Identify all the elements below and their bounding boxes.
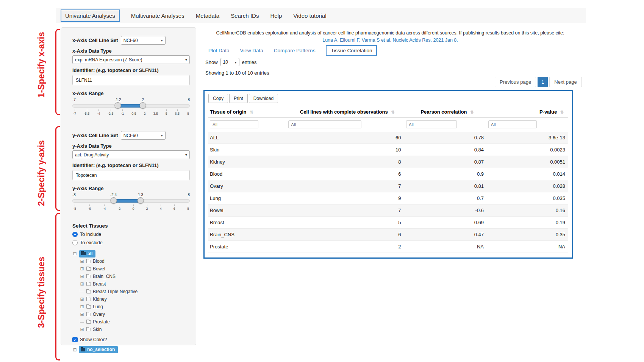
tree-item-label: Brain_CNS [93,274,116,279]
y-identifier-input[interactable] [72,170,190,180]
x-data-type-select[interactable]: exp: mRNA Expression (Z-Score) ▾ [72,55,190,64]
col-header-p-value[interactable]: P-value ⇅ [488,109,567,115]
slider-tick-label: -8 [73,204,76,211]
col-header-label: Cell lines with complete observations [300,109,388,115]
tree-item[interactable]: ⊞ Prostate [80,318,190,326]
pagination-next-button[interactable]: Next page [549,77,581,87]
folder-icon [86,290,91,293]
filter-input-pearson[interactable] [406,120,457,128]
expand-icon[interactable]: ⊞ [80,312,84,317]
filter-input-cell-lines[interactable] [288,120,361,128]
expand-icon[interactable]: ⊞ [80,266,84,272]
expand-icon[interactable]: ⊞ [80,259,84,264]
y-range-slider-handle-from[interactable] [110,197,117,204]
tab-tissue-correlation[interactable]: Tissue Correlation [326,45,377,56]
y-identifier-label: Identifier: (e.g. topotecan or SLFN11) [72,162,190,168]
x-range-max-label: 8 [188,98,190,102]
cell-pearson: 0.69 [406,217,489,228]
expand-icon[interactable]: ⊞ [80,327,84,332]
y-cell-line-set-select[interactable]: NCI-60 ▾ [121,131,166,140]
cell-pearson: 0.9 [406,168,489,180]
tissues-include-radio[interactable]: To include [72,232,190,237]
nav-tab-video-tutorial[interactable]: Video tutorial [293,12,326,19]
collapse-icon[interactable]: ⊟ [72,251,77,256]
filter-input-tissue[interactable] [210,120,258,128]
tab-view-data[interactable]: View Data [240,48,263,53]
tab-compare-patterns[interactable]: Compare Patterns [274,48,316,53]
expand-icon[interactable]: ⊞ [80,296,84,302]
nav-tab-help[interactable]: Help [270,12,282,19]
nav-tab-metadata[interactable]: Metadata [196,12,220,19]
slider-tick-label: -5.5 [84,109,90,115]
table-row: Lung 9 0.7 0.035 [208,192,568,204]
expand-icon[interactable]: ⊞ [72,347,77,353]
sort-icon[interactable]: ⇅ [560,110,564,114]
tree-item[interactable]: ⊞ Blood [80,257,190,265]
x-range-slider-handle-from[interactable] [114,102,121,109]
expand-icon[interactable]: ⊞ [80,281,84,287]
x-range-slider[interactable]: -7 -1.2 2 8 -7-5.5-4-2.5-10.523.556.58 [72,98,190,120]
slider-tick-label: -7 [73,109,76,115]
tree-item[interactable]: ⊞ Skin [80,326,190,333]
nav-tab-multivariate-analyses[interactable]: Multivariate Analyses [131,12,184,19]
tree-item[interactable]: ⊞ Bowel [80,265,190,273]
annotation-specify-tissues-label: 3-Specify tissues [36,247,47,338]
cell-p-value: 0.19 [489,217,568,228]
table-row: Brain_CNS 6 0.47 0.35 [208,229,568,241]
citation-link[interactable]: Luna A, Elloumi F, Varma S et al. Nuclei… [210,37,570,43]
tree-no-selection-row: ⊞ no_selection [72,346,190,353]
cell-pearson: 0.84 [406,144,489,156]
tree-item[interactable]: ⊞ Breast Triple Negative [80,288,190,295]
expand-icon[interactable]: ⊞ [80,274,84,279]
nav-tab-search-ids[interactable]: Search IDs [231,12,259,19]
table-header-row: Tissue of origin ⇅ Cell lines with compl… [208,106,568,118]
cell-cell-lines: 2 [288,241,406,253]
sort-icon[interactable]: ⇅ [250,110,253,114]
col-header-tissue-of-origin[interactable]: Tissue of origin ⇅ [210,109,288,115]
y-range-slider-handle-to[interactable] [138,197,144,204]
sort-icon[interactable]: ⇅ [470,110,474,114]
table-row: Blood 6 0.9 0.014 [208,168,568,180]
slider-tick-label: -4 [97,109,100,115]
y-range-slider[interactable]: -8 -2.4 1.3 8 -8-6-4-202468 [72,193,190,215]
page-size-select[interactable]: 10 ▾ [220,58,239,66]
page-size-value: 10 [223,59,228,65]
table-row: Bowel 7 -0.6 0.16 [208,204,568,217]
y-data-type-select[interactable]: act: Drug Activity ▾ [72,150,190,159]
sort-icon[interactable]: ⇅ [391,110,394,114]
tree-root-all-chip[interactable]: all [79,250,95,257]
filter-input-p-value[interactable] [488,120,537,128]
cell-cell-lines: 6 [288,229,406,240]
x-cell-line-set-select[interactable]: NCI-60 ▾ [121,36,166,45]
pagination-page-1-button[interactable]: 1 [538,77,548,87]
tree-no-selection-chip[interactable]: no_selection [79,346,118,353]
copy-button[interactable]: Copy [208,94,228,103]
tree-item[interactable]: ⊞ Ovary [80,311,190,318]
col-header-pearson-correlation[interactable]: Pearson correlation ⇅ [406,109,488,115]
tree-item[interactable]: ⊞ Kidney [80,295,190,303]
tree-item[interactable]: ⊞ Brain_CNS [80,273,190,280]
cell-p-value: 0.014 [489,168,568,180]
slider-tick-label: 6 [174,204,175,211]
x-identifier-input[interactable] [72,75,190,85]
x-range-slider-handle-to[interactable] [140,102,146,109]
table-row: Ovary 7 0.81 0.028 [208,180,568,192]
tree-root-all[interactable]: ⊟ all [72,250,190,257]
pagination-previous-button[interactable]: Previous page [495,77,536,87]
expand-icon[interactable]: ⊞ [80,304,84,309]
tab-plot-data[interactable]: Plot Data [208,48,230,53]
col-header-cell-lines[interactable]: Cell lines with complete observations ⇅ [288,109,406,115]
slider-tick-label: 0.5 [131,109,136,115]
download-button[interactable]: Download [249,94,278,103]
tree-item[interactable]: ⊞ Lung [80,303,190,311]
tree-item[interactable]: ⊞ Breast [80,280,190,288]
cell-p-value: NA [489,241,568,253]
folder-icon [86,320,91,324]
table-filter-row [208,118,568,132]
show-color-checkbox[interactable]: Show Color? [72,337,190,342]
tissue-tree-children: ⊞ Blood ⊞ Bowel ⊞ [80,257,190,333]
cell-p-value: 0.028 [489,180,568,192]
tissues-exclude-radio[interactable]: To exclude [72,240,190,245]
print-button[interactable]: Print [229,94,248,103]
nav-tab-univariate-analyses[interactable]: Univariate Analyses [61,9,120,22]
